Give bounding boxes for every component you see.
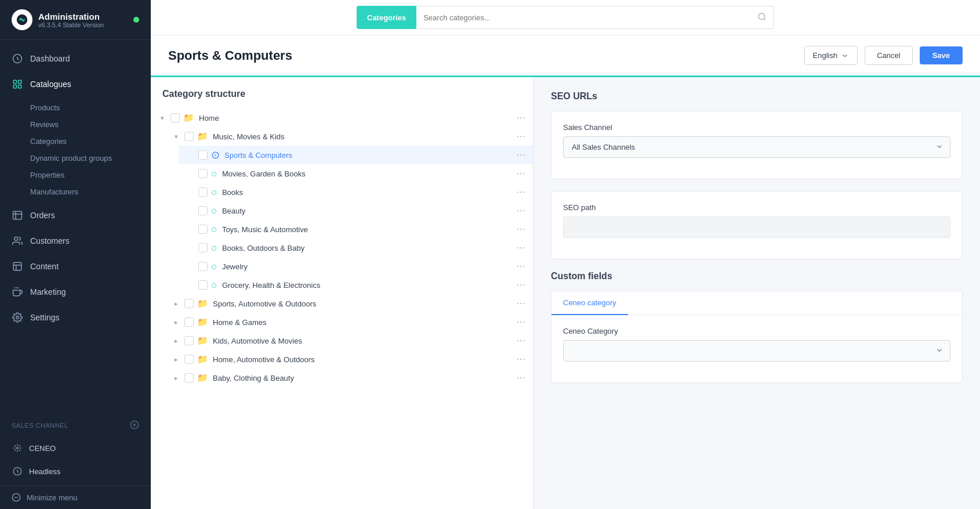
tree-more-ghe[interactable]: ···: [517, 280, 526, 290]
svg-rect-2: [13, 80, 16, 83]
sales-channel-select-wrapper: All Sales Channels: [563, 136, 950, 158]
tree-item-jewelry[interactable]: ▸ ○ Jewelry ···: [179, 257, 533, 276]
tree-item-movies-garden-books[interactable]: ▸ ○ Movies, Garden & Books ···: [179, 164, 533, 183]
language-label: English: [813, 51, 838, 60]
tree-checkbox-mmk[interactable]: [184, 132, 194, 141]
seo-path-card: SEO path: [551, 191, 963, 259]
tree-item-beauty[interactable]: ▸ ○ Beauty ···: [179, 201, 533, 220]
tree-checkbox-books[interactable]: [198, 187, 208, 197]
minimize-menu[interactable]: Minimize menu: [0, 485, 151, 509]
tree-checkbox-home[interactable]: [170, 113, 180, 122]
seo-path-input[interactable]: [563, 216, 950, 238]
page-title: Sports & Computers: [168, 48, 292, 63]
tree-item-books[interactable]: ▸ ○ Books ···: [179, 183, 533, 201]
sidebar-item-marketing[interactable]: Marketing: [0, 279, 151, 305]
submenu-manufacturers[interactable]: Manufacturers: [30, 183, 151, 200]
tree-more-hao[interactable]: ···: [517, 354, 526, 364]
tree-more-tma[interactable]: ···: [517, 224, 526, 234]
dot-icon-mgb: ○: [211, 168, 217, 179]
submenu-properties[interactable]: Properties: [30, 167, 151, 183]
orders-label: Orders: [30, 211, 55, 220]
sidebar-item-customers[interactable]: Customers: [0, 228, 151, 254]
tree-item-home-auto-outdoors[interactable]: ▸ 📁 Home, Automotive & Outdoors ···: [165, 350, 533, 369]
tree-checkbox-jewelry[interactable]: [198, 262, 208, 271]
search-icon: [750, 12, 774, 23]
tree-more-sao[interactable]: ···: [517, 298, 526, 309]
tree-more-mmk[interactable]: ···: [517, 131, 526, 142]
categories-button[interactable]: Categories: [357, 6, 416, 29]
sidebar-item-dashboard[interactable]: Dashboard: [0, 46, 151, 71]
tree-more-books[interactable]: ···: [517, 187, 526, 197]
tree-checkbox-hao[interactable]: [184, 355, 194, 364]
submenu-reviews[interactable]: Reviews: [30, 116, 151, 133]
tree-checkbox-kam[interactable]: [184, 336, 194, 345]
ceneo-label: CENEO: [29, 444, 56, 453]
svg-point-16: [17, 447, 19, 449]
tree-label-beauty: Beauty: [222, 207, 513, 215]
tree-checkbox-hg[interactable]: [184, 317, 194, 327]
submenu-products[interactable]: Products: [30, 99, 151, 116]
add-channel-icon[interactable]: [130, 420, 139, 431]
customers-icon: [12, 235, 23, 247]
app-version: v6.3.5.4 Stable Version: [38, 21, 104, 28]
channel-ceneo[interactable]: CENEO: [0, 436, 151, 460]
tree-toggle-bcb[interactable]: ▸: [172, 373, 181, 382]
dot-icon-tma: ○: [211, 224, 217, 234]
tree-toggle-home[interactable]: ▾: [158, 113, 167, 122]
tree-toggle-mmk[interactable]: ▾: [172, 132, 181, 141]
tree-label-mmk: Music, Movies & Kids: [213, 132, 513, 141]
tree-item-grocery-health-electronics[interactable]: ▸ ○ Grocery, Health & Electronics ···: [179, 276, 533, 294]
sidebar-item-settings[interactable]: Settings: [0, 305, 151, 330]
sidebar-item-content[interactable]: Content: [0, 254, 151, 279]
app-name: Administration: [38, 12, 104, 21]
page-header: Sports & Computers English Cancel Save: [151, 35, 980, 77]
ceneo-category-select[interactable]: [563, 340, 950, 362]
tree-toggle-kam[interactable]: ▸: [172, 336, 181, 345]
orders-icon: [12, 210, 23, 221]
tree-item-sports-computers[interactable]: ▸ ⊙ Sports & Computers ···: [179, 146, 533, 164]
tree-item-sports-auto-outdoors[interactable]: ▸ 📁 Sports, Automotive & Outdoors ···: [165, 294, 533, 313]
tree-checkbox-bcb[interactable]: [184, 373, 194, 382]
tree-more-mgb[interactable]: ···: [517, 168, 526, 179]
tree-item-kids-auto-movies[interactable]: ▸ 📁 Kids, Automotive & Movies ···: [165, 331, 533, 350]
tree-checkbox-tma[interactable]: [198, 225, 208, 234]
tree-item-toys-music-auto[interactable]: ▸ ○ Toys, Music & Automotive ···: [179, 220, 533, 239]
tree-item-books-outdoors-baby[interactable]: ▸ ○ Books, Outdoors & Baby ···: [179, 239, 533, 257]
tree-toggle-sao[interactable]: ▸: [172, 299, 181, 308]
save-button[interactable]: Save: [920, 46, 963, 64]
tree-checkbox-bob[interactable]: [198, 243, 208, 252]
tree-toggle-hao[interactable]: ▸: [172, 355, 181, 364]
tree-item-baby-clothing-beauty[interactable]: ▸ 📁 Baby, Clothing & Beauty ···: [165, 369, 533, 387]
tree-checkbox-beauty[interactable]: [198, 206, 208, 215]
category-panel: Category structure ▾ 📁 Home ··· ▾ 📁: [151, 77, 533, 509]
tree-checkbox-sao[interactable]: [184, 299, 194, 308]
tree-more-beauty[interactable]: ···: [517, 205, 526, 216]
sidebar-item-orders[interactable]: Orders: [0, 203, 151, 228]
folder-icon-mmk: 📁: [197, 131, 208, 142]
tree-more-kam[interactable]: ···: [517, 335, 526, 346]
submenu-dynamic-product-groups[interactable]: Dynamic product groups: [30, 150, 151, 167]
tree-toggle-hg[interactable]: ▸: [172, 317, 181, 327]
channel-headless[interactable]: Headless: [0, 460, 151, 483]
folder-icon-bcb: 📁: [197, 373, 208, 383]
tree-item-home-games[interactable]: ▸ 📁 Home & Games ···: [165, 313, 533, 331]
tree-checkbox-mgb[interactable]: [198, 169, 208, 178]
tab-ceneo-category[interactable]: Ceneo category: [551, 291, 628, 315]
tree-more-sc[interactable]: ···: [517, 150, 526, 160]
dot-icon-beauty: ○: [211, 205, 217, 216]
sales-channel-select[interactable]: All Sales Channels: [563, 136, 950, 158]
cancel-button[interactable]: Cancel: [865, 46, 912, 65]
submenu-categories[interactable]: Categories: [30, 133, 151, 150]
tree-more-jewelry[interactable]: ···: [517, 261, 526, 272]
search-input[interactable]: [416, 13, 750, 22]
tree-checkbox-ghe[interactable]: [198, 280, 208, 290]
tree-more-bcb[interactable]: ···: [517, 373, 526, 383]
tree-more-home[interactable]: ···: [517, 113, 526, 123]
sidebar-item-catalogues[interactable]: Catalogues: [0, 71, 151, 97]
tree-more-bob[interactable]: ···: [517, 243, 526, 253]
tree-item-home[interactable]: ▾ 📁 Home ···: [151, 109, 533, 127]
tree-item-music-movies-kids[interactable]: ▾ 📁 Music, Movies & Kids ···: [165, 127, 533, 146]
tree-more-hg[interactable]: ···: [517, 317, 526, 327]
tree-checkbox-sc[interactable]: [198, 150, 208, 160]
language-dropdown[interactable]: English: [804, 46, 858, 65]
